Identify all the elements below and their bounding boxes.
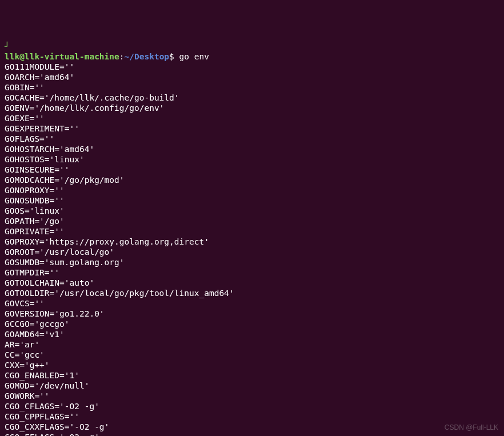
env-line: GOTOOLDIR='/usr/local/go/pkg/tool/linux_… (5, 289, 234, 298)
env-line: GOWORK='' (5, 391, 50, 401)
env-line: GOARCH='amd64' (5, 73, 74, 82)
env-line: GOINSECURE='' (5, 165, 70, 174)
env-line: GOVCS='' (5, 299, 45, 308)
env-line: GOEXPERIMENT='' (5, 124, 79, 133)
env-line: GCCGO='gccgo' (5, 319, 70, 329)
env-line: CGO_FFLAGS='-O2 -g' (5, 433, 99, 436)
env-line: CGO_CFLAGS='-O2 -g' (5, 402, 99, 411)
env-line: GOEXE='' (5, 114, 45, 123)
env-line: GOMODCACHE='/go/pkg/mod' (5, 175, 125, 185)
env-line: GOBIN='' (5, 83, 45, 92)
env-line: GOPRIVATE='' (5, 227, 65, 236)
env-line: GOFLAGS='' (5, 134, 54, 143)
env-line: GOPATH='/go' (5, 217, 65, 226)
env-line: GOENV='/home/llk/.config/go/env' (5, 103, 164, 113)
env-line: GO111MODULE='' (5, 62, 74, 71)
env-line: GOROOT='/usr/local/go' (5, 247, 114, 257)
prompt-tail-glyph: ┘ (5, 42, 10, 51)
env-line: CGO_ENABLED='1' (5, 371, 79, 380)
env-line: GOPROXY='https://proxy.golang.org,direct… (5, 237, 209, 246)
env-line: CC='gcc' (5, 350, 45, 359)
env-line: CXX='g++' (5, 361, 50, 370)
env-line: GOTMPDIR='' (5, 268, 59, 277)
env-line: GONOSUMDB='' (5, 196, 65, 205)
env-line: GOTOOLCHAIN='auto' (5, 278, 94, 287)
prompt-path: ~/Desktop (125, 52, 170, 61)
env-line: GONOPROXY='' (5, 186, 65, 195)
env-line: CGO_CXXFLAGS='-O2 -g' (5, 422, 109, 431)
env-line: AR='ar' (5, 340, 39, 349)
prompt-dollar: $ (169, 52, 174, 61)
terminal-output[interactable]: ┘ llk@llk-virtual-machine:~/Desktop$ go … (5, 41, 499, 436)
command-text: go env (179, 52, 209, 61)
env-line: GOSUMDB='sum.golang.org' (5, 258, 125, 267)
prompt-user: llk@llk-virtual-machine (5, 52, 119, 61)
env-line: GOOS='linux' (5, 206, 65, 215)
env-line: GOAMD64='v1' (5, 330, 65, 339)
env-line: GOCACHE='/home/llk/.cache/go-build' (5, 93, 179, 102)
env-line: GOMOD='/dev/null' (5, 381, 89, 390)
env-line: GOHOSTOS='linux' (5, 155, 85, 164)
prompt-colon: : (119, 52, 125, 61)
env-line: CGO_CPPFLAGS='' (5, 412, 79, 421)
env-line: GOHOSTARCH='amd64' (5, 145, 94, 154)
env-line: GOVERSION='go1.22.0' (5, 309, 105, 318)
